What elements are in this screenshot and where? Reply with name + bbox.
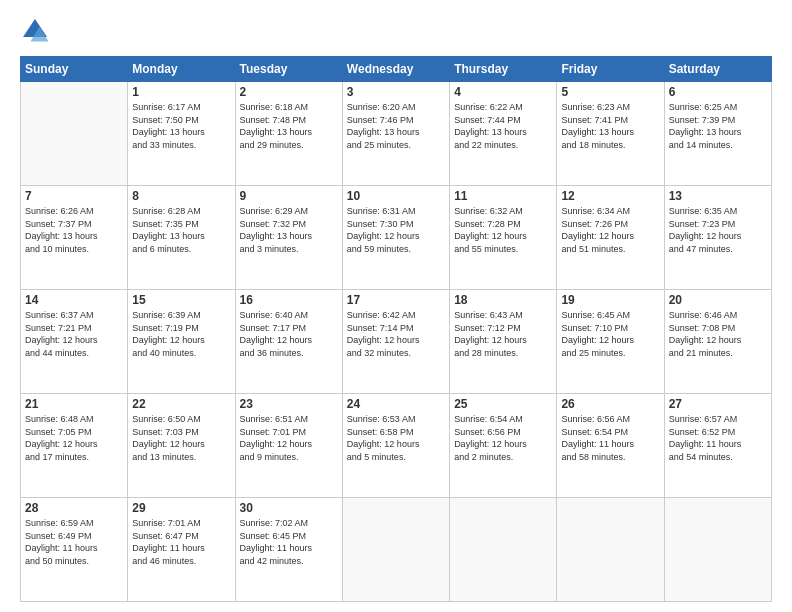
calendar-cell: 7Sunrise: 6:26 AM Sunset: 7:37 PM Daylig… bbox=[21, 186, 128, 290]
day-info: Sunrise: 6:25 AM Sunset: 7:39 PM Dayligh… bbox=[669, 101, 767, 151]
calendar-cell: 3Sunrise: 6:20 AM Sunset: 7:46 PM Daylig… bbox=[342, 82, 449, 186]
day-number: 18 bbox=[454, 293, 552, 307]
calendar-cell bbox=[342, 498, 449, 602]
calendar-cell: 15Sunrise: 6:39 AM Sunset: 7:19 PM Dayli… bbox=[128, 290, 235, 394]
calendar-cell: 18Sunrise: 6:43 AM Sunset: 7:12 PM Dayli… bbox=[450, 290, 557, 394]
day-info: Sunrise: 6:51 AM Sunset: 7:01 PM Dayligh… bbox=[240, 413, 338, 463]
day-number: 3 bbox=[347, 85, 445, 99]
logo bbox=[20, 16, 56, 46]
day-number: 21 bbox=[25, 397, 123, 411]
day-number: 20 bbox=[669, 293, 767, 307]
calendar-cell: 25Sunrise: 6:54 AM Sunset: 6:56 PM Dayli… bbox=[450, 394, 557, 498]
calendar-week-row: 21Sunrise: 6:48 AM Sunset: 7:05 PM Dayli… bbox=[21, 394, 772, 498]
calendar-week-row: 1Sunrise: 6:17 AM Sunset: 7:50 PM Daylig… bbox=[21, 82, 772, 186]
day-number: 24 bbox=[347, 397, 445, 411]
calendar-body: 1Sunrise: 6:17 AM Sunset: 7:50 PM Daylig… bbox=[21, 82, 772, 602]
calendar-cell: 20Sunrise: 6:46 AM Sunset: 7:08 PM Dayli… bbox=[664, 290, 771, 394]
calendar-cell bbox=[21, 82, 128, 186]
day-info: Sunrise: 6:22 AM Sunset: 7:44 PM Dayligh… bbox=[454, 101, 552, 151]
day-number: 12 bbox=[561, 189, 659, 203]
day-info: Sunrise: 6:54 AM Sunset: 6:56 PM Dayligh… bbox=[454, 413, 552, 463]
day-number: 8 bbox=[132, 189, 230, 203]
day-number: 22 bbox=[132, 397, 230, 411]
day-number: 27 bbox=[669, 397, 767, 411]
calendar-cell: 8Sunrise: 6:28 AM Sunset: 7:35 PM Daylig… bbox=[128, 186, 235, 290]
day-info: Sunrise: 6:32 AM Sunset: 7:28 PM Dayligh… bbox=[454, 205, 552, 255]
weekday-header: Monday bbox=[128, 57, 235, 82]
day-number: 11 bbox=[454, 189, 552, 203]
day-info: Sunrise: 6:26 AM Sunset: 7:37 PM Dayligh… bbox=[25, 205, 123, 255]
day-info: Sunrise: 6:43 AM Sunset: 7:12 PM Dayligh… bbox=[454, 309, 552, 359]
calendar-cell: 4Sunrise: 6:22 AM Sunset: 7:44 PM Daylig… bbox=[450, 82, 557, 186]
calendar-cell: 6Sunrise: 6:25 AM Sunset: 7:39 PM Daylig… bbox=[664, 82, 771, 186]
calendar-cell: 28Sunrise: 6:59 AM Sunset: 6:49 PM Dayli… bbox=[21, 498, 128, 602]
calendar-cell: 16Sunrise: 6:40 AM Sunset: 7:17 PM Dayli… bbox=[235, 290, 342, 394]
day-number: 9 bbox=[240, 189, 338, 203]
weekday-header: Wednesday bbox=[342, 57, 449, 82]
calendar-cell: 17Sunrise: 6:42 AM Sunset: 7:14 PM Dayli… bbox=[342, 290, 449, 394]
calendar-week-row: 14Sunrise: 6:37 AM Sunset: 7:21 PM Dayli… bbox=[21, 290, 772, 394]
calendar-cell: 12Sunrise: 6:34 AM Sunset: 7:26 PM Dayli… bbox=[557, 186, 664, 290]
day-info: Sunrise: 6:57 AM Sunset: 6:52 PM Dayligh… bbox=[669, 413, 767, 463]
day-info: Sunrise: 6:40 AM Sunset: 7:17 PM Dayligh… bbox=[240, 309, 338, 359]
day-number: 19 bbox=[561, 293, 659, 307]
day-info: Sunrise: 6:42 AM Sunset: 7:14 PM Dayligh… bbox=[347, 309, 445, 359]
day-info: Sunrise: 6:34 AM Sunset: 7:26 PM Dayligh… bbox=[561, 205, 659, 255]
day-info: Sunrise: 6:17 AM Sunset: 7:50 PM Dayligh… bbox=[132, 101, 230, 151]
day-number: 16 bbox=[240, 293, 338, 307]
calendar-cell: 2Sunrise: 6:18 AM Sunset: 7:48 PM Daylig… bbox=[235, 82, 342, 186]
calendar-cell bbox=[664, 498, 771, 602]
calendar-cell: 22Sunrise: 6:50 AM Sunset: 7:03 PM Dayli… bbox=[128, 394, 235, 498]
header bbox=[20, 16, 772, 46]
day-info: Sunrise: 6:46 AM Sunset: 7:08 PM Dayligh… bbox=[669, 309, 767, 359]
day-info: Sunrise: 6:56 AM Sunset: 6:54 PM Dayligh… bbox=[561, 413, 659, 463]
calendar-cell bbox=[557, 498, 664, 602]
calendar-cell: 26Sunrise: 6:56 AM Sunset: 6:54 PM Dayli… bbox=[557, 394, 664, 498]
calendar-cell: 13Sunrise: 6:35 AM Sunset: 7:23 PM Dayli… bbox=[664, 186, 771, 290]
weekday-header: Tuesday bbox=[235, 57, 342, 82]
day-number: 25 bbox=[454, 397, 552, 411]
weekday-header: Sunday bbox=[21, 57, 128, 82]
day-number: 15 bbox=[132, 293, 230, 307]
day-info: Sunrise: 6:39 AM Sunset: 7:19 PM Dayligh… bbox=[132, 309, 230, 359]
calendar-cell: 5Sunrise: 6:23 AM Sunset: 7:41 PM Daylig… bbox=[557, 82, 664, 186]
day-number: 14 bbox=[25, 293, 123, 307]
day-number: 10 bbox=[347, 189, 445, 203]
day-info: Sunrise: 6:59 AM Sunset: 6:49 PM Dayligh… bbox=[25, 517, 123, 567]
day-number: 29 bbox=[132, 501, 230, 515]
weekday-header: Thursday bbox=[450, 57, 557, 82]
day-info: Sunrise: 6:35 AM Sunset: 7:23 PM Dayligh… bbox=[669, 205, 767, 255]
day-info: Sunrise: 7:01 AM Sunset: 6:47 PM Dayligh… bbox=[132, 517, 230, 567]
calendar-cell: 14Sunrise: 6:37 AM Sunset: 7:21 PM Dayli… bbox=[21, 290, 128, 394]
day-info: Sunrise: 6:29 AM Sunset: 7:32 PM Dayligh… bbox=[240, 205, 338, 255]
day-info: Sunrise: 6:37 AM Sunset: 7:21 PM Dayligh… bbox=[25, 309, 123, 359]
calendar-cell: 10Sunrise: 6:31 AM Sunset: 7:30 PM Dayli… bbox=[342, 186, 449, 290]
day-info: Sunrise: 6:31 AM Sunset: 7:30 PM Dayligh… bbox=[347, 205, 445, 255]
weekday-header: Saturday bbox=[664, 57, 771, 82]
calendar-cell: 21Sunrise: 6:48 AM Sunset: 7:05 PM Dayli… bbox=[21, 394, 128, 498]
calendar-cell: 30Sunrise: 7:02 AM Sunset: 6:45 PM Dayli… bbox=[235, 498, 342, 602]
calendar-cell: 29Sunrise: 7:01 AM Sunset: 6:47 PM Dayli… bbox=[128, 498, 235, 602]
day-number: 26 bbox=[561, 397, 659, 411]
calendar-cell: 24Sunrise: 6:53 AM Sunset: 6:58 PM Dayli… bbox=[342, 394, 449, 498]
calendar-cell: 23Sunrise: 6:51 AM Sunset: 7:01 PM Dayli… bbox=[235, 394, 342, 498]
calendar-week-row: 28Sunrise: 6:59 AM Sunset: 6:49 PM Dayli… bbox=[21, 498, 772, 602]
day-info: Sunrise: 6:45 AM Sunset: 7:10 PM Dayligh… bbox=[561, 309, 659, 359]
weekday-header-row: SundayMondayTuesdayWednesdayThursdayFrid… bbox=[21, 57, 772, 82]
day-info: Sunrise: 6:50 AM Sunset: 7:03 PM Dayligh… bbox=[132, 413, 230, 463]
day-number: 30 bbox=[240, 501, 338, 515]
calendar-cell: 27Sunrise: 6:57 AM Sunset: 6:52 PM Dayli… bbox=[664, 394, 771, 498]
day-number: 1 bbox=[132, 85, 230, 99]
day-number: 4 bbox=[454, 85, 552, 99]
day-number: 13 bbox=[669, 189, 767, 203]
day-info: Sunrise: 7:02 AM Sunset: 6:45 PM Dayligh… bbox=[240, 517, 338, 567]
day-info: Sunrise: 6:18 AM Sunset: 7:48 PM Dayligh… bbox=[240, 101, 338, 151]
logo-icon bbox=[20, 16, 50, 46]
day-number: 23 bbox=[240, 397, 338, 411]
calendar-cell: 19Sunrise: 6:45 AM Sunset: 7:10 PM Dayli… bbox=[557, 290, 664, 394]
day-info: Sunrise: 6:20 AM Sunset: 7:46 PM Dayligh… bbox=[347, 101, 445, 151]
day-info: Sunrise: 6:23 AM Sunset: 7:41 PM Dayligh… bbox=[561, 101, 659, 151]
calendar-cell: 1Sunrise: 6:17 AM Sunset: 7:50 PM Daylig… bbox=[128, 82, 235, 186]
day-number: 28 bbox=[25, 501, 123, 515]
weekday-header: Friday bbox=[557, 57, 664, 82]
